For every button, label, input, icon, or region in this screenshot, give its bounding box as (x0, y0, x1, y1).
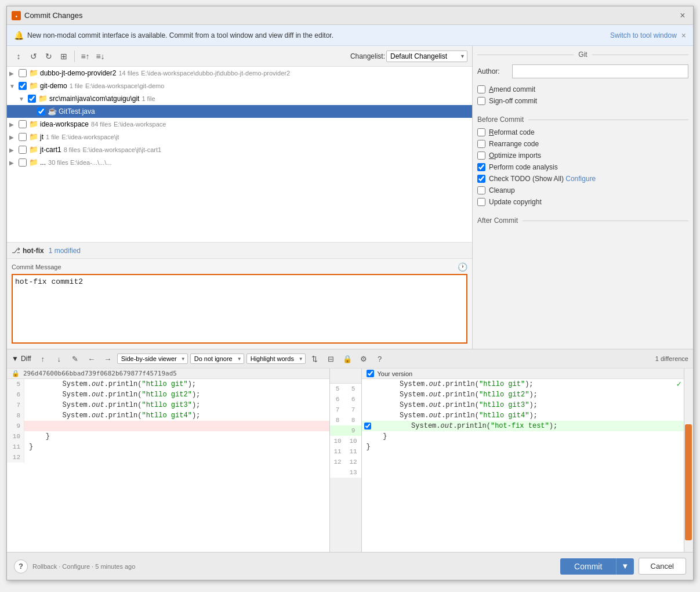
tree-arrow-src: ▼ (19, 96, 28, 102)
file-tree: ▶ 📁 dubbo-jt-demo-provider2 14 files E:\… (7, 67, 472, 242)
tree-item-jt[interactable]: ▶ 📁 jt 1 file E:\idea-workspace\jt (7, 131, 472, 143)
commit-dropdown-button[interactable]: ▼ (616, 558, 633, 575)
commit-message-textarea[interactable]: hot-fix commit2 (12, 274, 467, 344)
rearrange-code-row: Rearrange code (477, 140, 688, 148)
your-version-checkbox[interactable] (367, 370, 374, 377)
tree-label: dubbo-jt-demo-provider2 (40, 69, 116, 77)
sign-off-checkbox[interactable] (477, 97, 485, 105)
sort-za-button[interactable]: ≡↓ (93, 49, 107, 63)
tree-path: E:\idea-workspace\dubbo-jt\dubbo-jt-demo… (141, 70, 290, 77)
help-button[interactable]: ? (14, 559, 28, 573)
tree-checkbox-idea[interactable] (19, 120, 27, 128)
tree-item-idea-workspace[interactable]: ▶ 📁 idea-workspace 84 files E:\idea-work… (7, 118, 472, 131)
tree-checkbox-git-demo[interactable] (19, 82, 27, 90)
check-todo-checkbox[interactable] (477, 175, 485, 183)
tree-label-src: src\main\java\com\atguigu\git (49, 95, 139, 103)
commit-message-section: Commit Message 🕐 hot-fix commit2 (7, 258, 472, 349)
update-copyright-checkbox[interactable] (477, 198, 485, 206)
diff-toggle-gutter-button[interactable]: ⇅ (308, 352, 322, 366)
author-label: Author: (477, 67, 512, 75)
ignore-select[interactable]: Do not ignore (190, 353, 244, 364)
dialog-title: Commit Changes (24, 11, 677, 20)
expand-all-button[interactable]: ↕ (12, 49, 26, 63)
infobar: 🔔 New non-modal commit interface is avai… (7, 25, 693, 46)
diff-edit-button[interactable]: ✎ (68, 352, 82, 366)
svg-text:⬥: ⬥ (15, 14, 17, 18)
tree-checkbox-dubbo[interactable] (19, 69, 27, 77)
folder-icon-idea: 📁 (29, 120, 38, 129)
changelist-select[interactable]: Default Changelist (386, 50, 467, 62)
tree-checkbox-gittest[interactable] (37, 107, 45, 115)
tree-path-git-demo: E:\idea-workspace\git-demo (85, 82, 164, 89)
diff-left-button[interactable]: ← (85, 352, 99, 366)
configure-link[interactable]: Configure (565, 175, 596, 183)
perform-code-analysis-checkbox[interactable] (477, 163, 485, 171)
ignore-select-wrapper: Do not ignore (190, 353, 244, 364)
viewer-select[interactable]: Side-by-side viewer (117, 353, 188, 364)
commit-button[interactable]: Commit (560, 558, 616, 575)
check-todo-label: Check TODO (Show All) Configure (489, 175, 596, 183)
highlight-select[interactable]: Highlight words (246, 353, 306, 364)
diff-collapse-button[interactable]: ▼ Diff (12, 355, 31, 363)
tree-checkbox-jt[interactable] (19, 133, 27, 141)
recent-messages-button[interactable]: 🕐 (458, 262, 467, 272)
tree-item-jt-cart1[interactable]: ▶ 📁 jt-cart1 8 files E:\idea-workspace\j… (7, 143, 472, 156)
diff-prev-button[interactable]: ↑ (36, 352, 50, 366)
tree-arrow-idea: ▶ (9, 121, 19, 128)
tree-arrow-jt: ▶ (9, 134, 19, 140)
cleanup-checkbox[interactable] (477, 186, 485, 194)
tree-arrow-jt-cart1: ▶ (9, 147, 19, 153)
tree-path-jt: E:\idea-workspace\jt (61, 133, 119, 140)
reformat-code-checkbox[interactable] (477, 128, 485, 136)
group-button[interactable]: ⊞ (57, 49, 71, 63)
undo-button[interactable]: ↺ (27, 49, 41, 63)
tree-checkbox-more[interactable] (19, 158, 27, 167)
tree-checkbox-src[interactable] (28, 95, 36, 103)
rearrange-code-checkbox[interactable] (477, 140, 485, 148)
check-todo-row: Check TODO (Show All) Configure (477, 175, 688, 183)
refresh-button[interactable]: ↻ (42, 49, 56, 63)
branch-status: 1 modified (49, 247, 81, 255)
diff-lock-button[interactable]: 🔒 (340, 352, 354, 366)
cancel-button[interactable]: Cancel (639, 558, 686, 575)
changelist-label: Changelist: (350, 52, 385, 60)
close-button[interactable]: × (677, 10, 688, 21)
folder-icon-git-demo: 📁 (29, 81, 38, 91)
infobar-close[interactable]: × (681, 31, 686, 40)
tree-item-dubbo[interactable]: ▶ 📁 dubbo-jt-demo-provider2 14 files E:\… (7, 67, 472, 80)
diff-right-row-6: System.out.println("htllo git2"); (362, 389, 684, 400)
tree-item-src[interactable]: ▼ 📁 src\main\java\com\atguigu\git 1 file (7, 92, 472, 105)
tree-item-more[interactable]: ▶ 📁 ... 30 files E:\idea-...\...\... (7, 156, 472, 169)
branch-name: hot-fix (23, 247, 44, 255)
optimize-imports-checkbox[interactable] (477, 151, 485, 160)
amend-commit-checkbox[interactable] (477, 85, 485, 93)
diff-right-row-7: System.out.println("htllo git3"); (362, 400, 684, 410)
diff-row-checkbox-9[interactable] (364, 423, 371, 429)
amend-commit-label: Amend commit (489, 85, 535, 93)
tree-checkbox-jt-cart1[interactable] (19, 146, 27, 154)
tree-count: 14 files (118, 70, 139, 77)
diff-right-button[interactable]: → (101, 352, 115, 366)
diff-next-button[interactable]: ↓ (52, 352, 66, 366)
diff-help-button[interactable]: ? (373, 352, 387, 366)
sign-off-row: Sign-off commit (477, 97, 688, 105)
tree-path-more: 30 files E:\idea-...\...\... (48, 159, 111, 166)
highlight-select-wrapper: Highlight words (246, 353, 306, 364)
author-input[interactable] (512, 64, 688, 78)
diff-left-row-11: 11 } (7, 442, 329, 452)
diff-right-row-11: } (362, 442, 684, 452)
lock-icon: 🔒 (12, 370, 20, 377)
commit-message-label: Commit Message 🕐 (12, 262, 467, 272)
diff-right-row-13 (362, 463, 684, 473)
tree-item-gittest[interactable]: ☕ GitTest.java (7, 105, 472, 118)
tree-item-git-demo[interactable]: ▼ 📁 git-demo 1 file E:\idea-workspace\gi… (7, 80, 472, 92)
diff-settings-button[interactable]: ⚙ (357, 352, 371, 366)
sort-az-button[interactable]: ≡↑ (78, 49, 92, 63)
right-panel: Git Author: Amend commit Sign-off commit… (473, 46, 693, 349)
diff-right-panel: System.out.println("htllo git"); ✓ Syste… (362, 379, 684, 552)
diff-right-row-8: System.out.println("htllo git4"); (362, 410, 684, 421)
tree-label-git-demo: git-demo (40, 82, 67, 90)
diff-columns-button[interactable]: ⊟ (324, 352, 338, 366)
switch-to-tool-window-link[interactable]: Switch to tool window (610, 31, 677, 39)
diff-expand-icon: ▼ (12, 355, 19, 363)
